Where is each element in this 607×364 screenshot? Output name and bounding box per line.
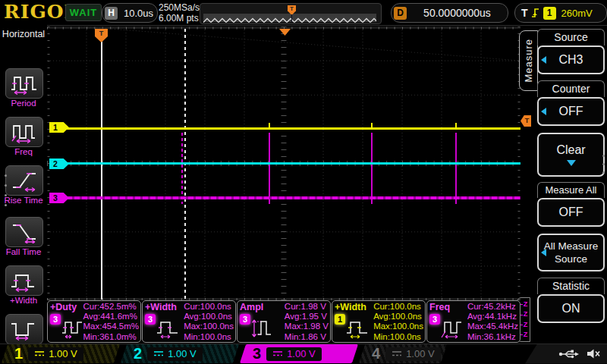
channel2-status-block[interactable]: 2 1.00 V	[121, 344, 239, 363]
t-label: T	[521, 7, 528, 19]
dc-coupling-icon	[272, 350, 283, 357]
left-arrow-icon	[541, 56, 546, 64]
measure-all-title: Measure All	[537, 182, 605, 198]
freq-label: Freq	[0, 147, 47, 156]
pos-width-icon	[156, 317, 181, 340]
channel3-number: 3	[253, 344, 261, 363]
measurement-name: +Width	[335, 302, 366, 312]
sample-rate: 250MSa/s	[159, 2, 200, 13]
ch1-pulse-blip	[455, 123, 457, 127]
freq-icon	[9, 121, 39, 143]
fall-time-label: Fall Time	[0, 247, 47, 256]
fall-time-measure-button[interactable]	[5, 217, 43, 247]
waveform-overview-thumbnail[interactable]: T	[200, 3, 382, 24]
channel4-number: 4	[372, 344, 380, 363]
statistic-value: ON	[562, 302, 580, 315]
trigger-readout-box[interactable]: T 1 260mV	[514, 3, 607, 23]
measurement-results-bar: +Duty 3 Cur:452.5m%Avg:441.6m% Max:454.5…	[47, 300, 521, 343]
measurement-source-badge: 3	[429, 314, 440, 325]
rising-edge-slope-icon	[531, 7, 540, 19]
period-icon	[9, 72, 39, 95]
statistic-group: Statistic ON	[537, 278, 605, 323]
ch3-pulse-spike	[371, 133, 373, 204]
channel4-status-block-off[interactable]: 4 1.00 V	[359, 344, 447, 363]
channel1-status-block[interactable]: 1 1.00 V	[2, 344, 120, 363]
ch1-trace	[52, 127, 521, 130]
menu-page-dot	[602, 171, 605, 174]
measurement-values: Cur:100.0nsAvg:100.0ns Max:100.0nsMin:10…	[373, 302, 423, 342]
trigger-position-thumb-line	[291, 14, 292, 22]
clear-group: Clear	[537, 133, 605, 177]
h-label: H	[105, 7, 118, 20]
tab-measure[interactable]: Measure	[519, 30, 538, 91]
all-measure-line2: Source	[555, 253, 587, 265]
trigger-level-value: 260mV	[561, 8, 593, 19]
memory-depth: 6.00M pts	[159, 13, 200, 24]
overview-waveform-band	[203, 14, 376, 22]
period-label: Period	[0, 99, 47, 108]
source-value: CH3	[558, 53, 583, 67]
sidebar-page-dot	[5, 174, 7, 177]
channel1-scale: 1.00 V	[49, 348, 77, 359]
rise-time-label: Rise Time	[0, 196, 47, 205]
menu-page-dot	[602, 163, 605, 165]
source-title: Source	[537, 29, 605, 46]
statistic-button[interactable]: ON	[537, 294, 605, 323]
d-label: D	[394, 7, 407, 20]
counter-value: OFF	[559, 105, 583, 118]
measurement-source-badge: 3	[240, 314, 250, 325]
trigger-level-marker[interactable]: T	[521, 115, 531, 127]
neg-width-measure-button[interactable]	[5, 314, 43, 344]
measurement-name: Freq	[429, 302, 450, 312]
measurement-name: +Duty	[50, 302, 77, 312]
ch3-pulse-spike	[269, 133, 270, 204]
all-measure-source-button[interactable]: All Measure Source	[537, 234, 605, 271]
channel4-scale: 1.00 V	[406, 348, 435, 359]
delay-readout-box[interactable]: D 50.0000000us	[391, 3, 508, 23]
left-arrow-icon	[541, 249, 546, 256]
freq-measure-button[interactable]	[5, 117, 43, 147]
acquisition-status-badge: WAIT	[65, 4, 102, 21]
horizontal-timebase-box[interactable]: H 10.0us	[102, 3, 158, 23]
sample-rate-readout: 250MSa/s 6.00M pts	[159, 2, 200, 24]
channel2-number: 2	[134, 344, 142, 363]
amplitude-icon	[250, 317, 276, 340]
measurement-cell-pwidth-ch3: +Width 3 Cur:100.0nsAvg:100.0ns Max:100.…	[142, 300, 236, 343]
dc-coupling-icon	[392, 350, 402, 357]
measurement-source-badge: 1	[335, 314, 345, 325]
measurement-cell-pwidth-ch1: +Width 1 Cur:100.0nsAvg:100.0ns Max:100.…	[332, 300, 426, 343]
measure-all-value: OFF	[559, 206, 583, 219]
sidebar-page-dot	[5, 204, 7, 206]
waveform-display-area: 1 2 3 T	[47, 27, 521, 300]
measure-all-button[interactable]: OFF	[537, 198, 605, 227]
frequency-icon	[440, 317, 466, 340]
trigger-source-badge: 1	[543, 7, 556, 20]
left-arrow-icon	[541, 108, 546, 115]
ch2-trace	[52, 162, 521, 165]
rise-time-measure-button[interactable]	[5, 165, 43, 196]
timebase-value: 10.0us	[124, 8, 153, 19]
pos-width-measure-button[interactable]	[5, 265, 43, 296]
ch3-trace	[52, 196, 521, 199]
period-measure-button[interactable]	[5, 68, 43, 99]
channel3-status-block-selected[interactable]: 3 1.00 V	[240, 344, 358, 363]
measurement-source-badge: 3	[50, 314, 61, 325]
top-status-bar: RIGOL WAIT H 10.0us 250MSa/s 6.00M pts T…	[0, 0, 607, 26]
sidebar-page-dot	[5, 184, 7, 187]
measurement-source-badge: 3	[145, 314, 156, 325]
rise-time-icon	[9, 169, 39, 192]
all-measure-line1: All Measure	[544, 240, 598, 253]
measurement-cell-ampl: Ampl 3 Cur:1.98 VAvg:1.95 V Max:1.98 VMi…	[237, 300, 331, 343]
io-status-panel	[525, 344, 607, 364]
measure-all-group: Measure All OFF	[537, 182, 605, 227]
zigzag-waveform-icon	[203, 16, 376, 24]
source-button[interactable]: CH3	[537, 46, 605, 74]
channel2-scale: 1.00 V	[168, 348, 197, 359]
counter-group: Counter OFF	[537, 80, 605, 126]
ch3-pulse-spike	[455, 133, 457, 204]
ch3-pulse-spike	[181, 133, 183, 204]
counter-title: Counter	[537, 80, 605, 97]
clear-button[interactable]: Clear	[537, 133, 605, 177]
counter-button[interactable]: OFF	[537, 97, 605, 126]
measure-tab-label: Measure	[523, 39, 534, 83]
